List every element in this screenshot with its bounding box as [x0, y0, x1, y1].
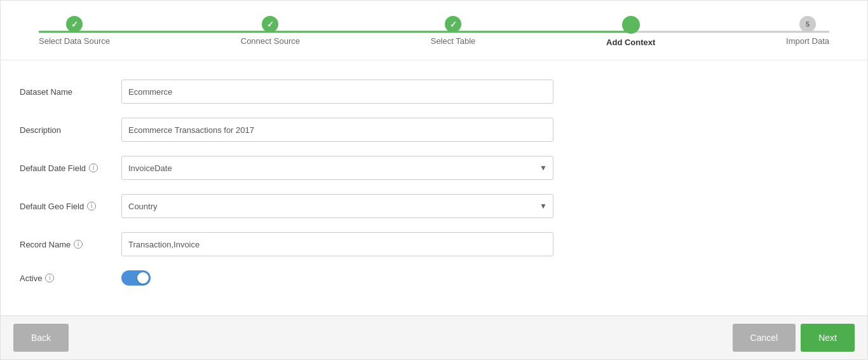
- step-circle-3: ✓: [445, 16, 461, 32]
- active-toggle-wrapper: [121, 270, 151, 286]
- step-import-data: 5 Import Data: [786, 16, 829, 47]
- active-toggle[interactable]: [121, 270, 151, 286]
- form-area: Dataset Name Description Default Date Fi…: [1, 60, 867, 315]
- step-circle-5: 5: [799, 16, 816, 32]
- record-name-label: Record Name i: [20, 240, 121, 249]
- record-name-row: Record Name i: [20, 232, 848, 256]
- description-label: Description: [20, 125, 121, 135]
- default-geo-field-label: Default Geo Field i: [20, 202, 121, 211]
- default-date-field-label-text: Default Date Field: [20, 163, 86, 173]
- footer: Back Cancel Next: [1, 315, 867, 359]
- default-date-field-select[interactable]: InvoiceDate OrderDate ShipDate: [121, 156, 553, 180]
- dataset-name-row: Dataset Name: [20, 80, 848, 104]
- toggle-track: [121, 270, 151, 286]
- step-label-1: Select Data Source: [39, 36, 110, 46]
- step-circle-4: [622, 16, 640, 34]
- step-add-context: Add Context: [606, 16, 655, 47]
- record-name-info-icon: i: [74, 240, 83, 249]
- dataset-name-input[interactable]: [121, 80, 553, 104]
- next-button[interactable]: Next: [801, 324, 855, 352]
- dataset-name-label-text: Dataset Name: [20, 87, 72, 97]
- step-select-data-source: ✓ Select Data Source: [39, 16, 110, 47]
- step-number-5: 5: [806, 20, 810, 28]
- step-circle-2: ✓: [262, 16, 278, 32]
- description-row: Description: [20, 118, 848, 142]
- active-label-text: Active: [20, 273, 42, 283]
- step-connect-source: ✓ Connect Source: [241, 16, 300, 47]
- description-label-text: Description: [20, 125, 61, 135]
- back-button[interactable]: Back: [13, 324, 69, 352]
- active-row: Active i: [20, 270, 848, 286]
- stepper: ✓ Select Data Source ✓ Connect Source ✓ …: [1, 1, 867, 60]
- step-label-5: Import Data: [786, 36, 829, 46]
- record-name-label-text: Record Name: [20, 240, 71, 249]
- default-date-field-select-wrapper: InvoiceDate OrderDate ShipDate ▼: [121, 156, 553, 180]
- step-circle-1: ✓: [66, 16, 83, 32]
- footer-right: Cancel Next: [733, 324, 855, 352]
- stepper-steps: ✓ Select Data Source ✓ Connect Source ✓ …: [39, 16, 829, 47]
- default-geo-field-select[interactable]: Country Region City: [121, 194, 553, 218]
- step-label-2: Connect Source: [241, 36, 300, 46]
- active-info-icon: i: [45, 273, 54, 282]
- default-geo-field-info-icon: i: [87, 202, 96, 211]
- check-icon-2: ✓: [267, 20, 274, 29]
- default-geo-field-row: Default Geo Field i Country Region City …: [20, 194, 848, 218]
- stepper-inner: ✓ Select Data Source ✓ Connect Source ✓ …: [39, 16, 829, 47]
- default-date-field-label: Default Date Field i: [20, 163, 121, 173]
- check-icon-3: ✓: [450, 20, 457, 29]
- default-geo-field-label-text: Default Geo Field: [20, 202, 84, 211]
- dataset-name-label: Dataset Name: [20, 87, 121, 97]
- description-input[interactable]: [121, 118, 553, 142]
- check-icon-1: ✓: [71, 20, 78, 29]
- active-label: Active i: [20, 273, 121, 283]
- cancel-button[interactable]: Cancel: [733, 324, 796, 352]
- step-label-4: Add Context: [606, 38, 655, 47]
- default-geo-field-select-wrapper: Country Region City ▼: [121, 194, 553, 218]
- toggle-thumb: [137, 272, 149, 284]
- step-select-table: ✓ Select Table: [431, 16, 476, 47]
- main-container: ✓ Select Data Source ✓ Connect Source ✓ …: [0, 0, 868, 360]
- record-name-input[interactable]: [121, 232, 553, 256]
- default-date-field-row: Default Date Field i InvoiceDate OrderDa…: [20, 156, 848, 180]
- default-date-field-info-icon: i: [89, 163, 98, 172]
- step-label-3: Select Table: [431, 36, 476, 46]
